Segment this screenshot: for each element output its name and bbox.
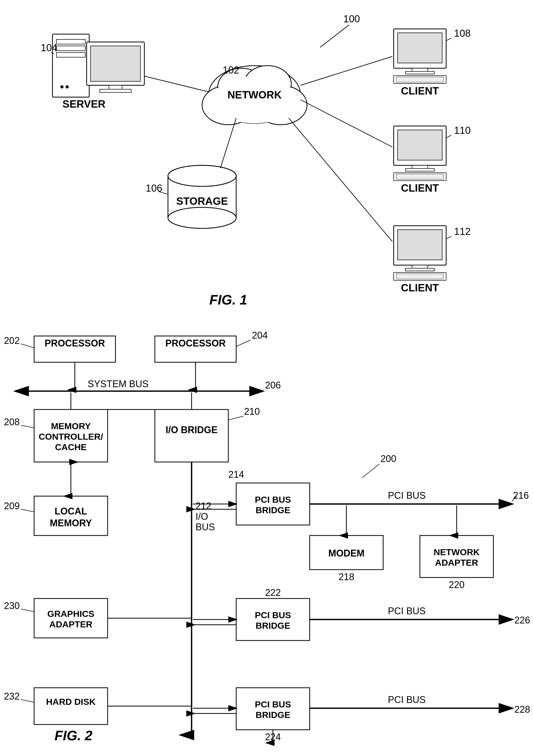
server-label: SERVER (63, 98, 105, 110)
svg-rect-35 (394, 126, 446, 165)
memory-controller-label3: CACHE (55, 442, 87, 452)
graphics-adapter-label: GRAPHICS (47, 609, 94, 619)
pci-bus3-label: PCI BUS (388, 694, 426, 705)
ref-206-label: 206 (265, 380, 281, 391)
svg-rect-44 (398, 230, 442, 260)
ref-218-label: 218 (338, 572, 354, 582)
svg-line-50 (289, 118, 392, 241)
memory-controller-label2: CONTROLLER/ (39, 432, 103, 442)
ref-106-label: 106 (146, 183, 162, 194)
svg-point-4 (218, 68, 265, 105)
svg-rect-65 (34, 410, 108, 462)
svg-rect-15 (109, 85, 122, 90)
ref-100-label: 100 (343, 14, 360, 24)
ref-210-label: 210 (244, 406, 260, 417)
svg-line-25 (159, 192, 168, 194)
io-bus-label2: BUS (196, 522, 215, 532)
svg-rect-40 (396, 174, 443, 179)
pci-bridge1-label: PCI BUS (255, 495, 291, 504)
pci-bus2-label: PCI BUS (388, 606, 426, 616)
svg-point-2 (202, 85, 254, 125)
graphics-adapter-label2: ADAPTER (49, 619, 93, 629)
svg-line-73 (21, 509, 34, 512)
svg-rect-76 (236, 483, 310, 525)
svg-rect-83 (420, 535, 493, 578)
ref-224-label: 224 (265, 732, 281, 742)
svg-rect-48 (396, 274, 443, 279)
svg-rect-13 (87, 42, 144, 85)
io-bridge-label: I/O BRIDGE (166, 424, 218, 435)
svg-point-5 (244, 66, 291, 102)
svg-line-80 (512, 496, 517, 501)
svg-rect-53 (155, 336, 236, 362)
svg-line-41 (446, 135, 451, 138)
ref-220-label: 220 (449, 579, 465, 590)
pci-bridge1-label2: BRIDGE (255, 505, 290, 515)
storage-icon (168, 165, 236, 229)
svg-rect-36 (398, 130, 442, 160)
local-memory-label2: MEMORY (50, 518, 92, 528)
svg-rect-7 (52, 34, 89, 97)
svg-line-42 (301, 100, 392, 147)
system-bus-label: SYSTEM BUS (88, 379, 148, 389)
svg-line-18 (144, 76, 209, 92)
svg-point-6 (213, 76, 297, 123)
io-bus-label: I/O (196, 511, 208, 522)
ref-228-label: 228 (514, 704, 530, 715)
ref-216-label: 216 (513, 490, 529, 501)
ref-202-label: 202 (4, 335, 20, 346)
svg-rect-20 (168, 176, 236, 218)
svg-line-33 (446, 38, 451, 41)
svg-point-3 (254, 85, 307, 125)
svg-rect-72 (34, 496, 108, 535)
fig1-diagram: 100 NETWORK 102 (0, 8, 533, 318)
ref-212-label: 212 (196, 500, 211, 511)
svg-line-98 (21, 700, 34, 702)
ref-214-label: 214 (228, 469, 244, 480)
server-icon (52, 34, 144, 97)
ref-108-label: 108 (454, 28, 470, 39)
svg-rect-46 (406, 268, 434, 271)
svg-rect-12 (66, 85, 69, 89)
svg-rect-85 (236, 599, 310, 640)
ref-232-label: 232 (4, 691, 20, 702)
svg-rect-11 (60, 85, 64, 89)
ref-222-label: 222 (265, 587, 281, 598)
ref-209-label: 209 (4, 500, 20, 511)
svg-rect-32 (396, 77, 443, 82)
svg-point-19 (168, 165, 236, 186)
processor1-label: PROCESSOR (45, 338, 105, 349)
svg-line-34 (301, 56, 392, 85)
svg-line-26 (221, 118, 236, 168)
svg-rect-27 (394, 29, 446, 68)
svg-rect-16 (100, 89, 131, 93)
svg-rect-92 (236, 688, 310, 730)
svg-rect-43 (394, 226, 446, 265)
network-adapter-label2: ADAPTER (435, 557, 478, 568)
svg-point-24 (168, 165, 236, 186)
svg-line-17 (51, 52, 54, 54)
memory-controller-label: MEMORY (51, 421, 91, 431)
client-110-icon (394, 126, 446, 180)
local-memory-label: LOCAL (55, 506, 87, 517)
svg-rect-51 (34, 336, 116, 362)
ref-208-label: 208 (4, 417, 20, 427)
ref-110-label: 110 (454, 125, 470, 136)
page: 100 NETWORK 102 (0, 0, 533, 756)
svg-line-0 (320, 25, 349, 47)
svg-point-1 (209, 66, 301, 123)
client-112-label: CLIENT (401, 282, 439, 293)
hard-disk-label: HARD DISK (46, 697, 96, 707)
fig2-diagram: PROCESSOR 202 PROCESSOR 204 (0, 320, 533, 751)
client-108-label: CLIENT (401, 85, 439, 96)
client-112-icon (394, 226, 446, 280)
fig1-label: FIG. 1 (209, 292, 247, 308)
ref-104-label: 104 (41, 42, 57, 53)
svg-rect-39 (394, 173, 446, 180)
svg-rect-38 (406, 169, 434, 171)
ref-226-label: 226 (514, 615, 530, 626)
svg-line-68 (228, 416, 244, 420)
svg-rect-30 (406, 71, 434, 74)
modem-label: MODEM (328, 548, 364, 558)
svg-rect-9 (56, 46, 85, 51)
